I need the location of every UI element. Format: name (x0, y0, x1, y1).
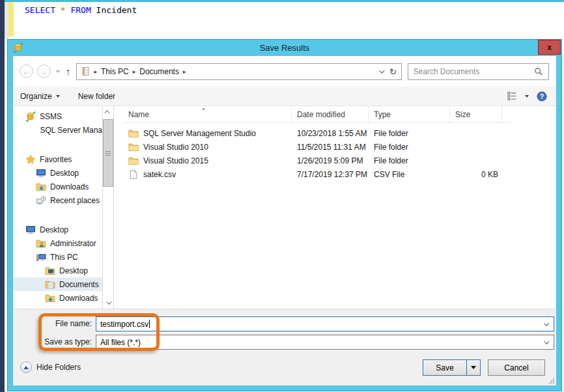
sort-ascending-icon: ▲ (201, 106, 206, 111)
sidebar-item-this-pc[interactable]: This PC (13, 250, 102, 264)
main-area: SSMS SQL Server Mana Favorites Desktop (13, 106, 556, 309)
scroll-up-icon[interactable] (103, 107, 113, 117)
file-size: 0 KB (450, 170, 502, 179)
command-toolbar: Organize New folder (13, 87, 556, 106)
file-name-value: testimport.csv (100, 320, 148, 329)
file-type: File folder (369, 156, 450, 165)
file-name-dropdown-icon[interactable] (544, 320, 549, 326)
file-row[interactable]: SQL Server Management Studio 10/23/2018 … (123, 126, 556, 140)
file-date: 11/5/2015 11:31 AM (292, 143, 369, 152)
save-button[interactable]: Save (423, 359, 481, 376)
back-button[interactable]: ← (20, 64, 33, 78)
sidebar-item-label: This PC (50, 253, 78, 262)
search-input[interactable]: Search Documents (408, 63, 550, 80)
folder-icon (128, 128, 139, 139)
address-dropdown-icon[interactable] (379, 68, 384, 73)
ssms-icon (25, 111, 36, 122)
sql-keyword: FROM (70, 5, 91, 15)
sidebar-item-desktop-root[interactable]: Desktop (13, 223, 102, 236)
save-as-type-dropdown-icon[interactable] (544, 339, 549, 344)
help-icon[interactable] (537, 91, 547, 102)
hide-folders-label: Hide Folders (36, 363, 81, 372)
close-button[interactable]: x (538, 40, 561, 55)
scrollbar-thumb[interactable] (103, 119, 113, 187)
new-folder-button[interactable]: New folder (78, 92, 115, 101)
file-row[interactable]: Visual Studio 2015 1/26/2019 5:09 PM Fil… (123, 154, 556, 167)
dialog-titlebar[interactable]: Save Results x (8, 40, 561, 56)
file-row[interactable]: Visual Studio 2010 11/5/2015 11:31 AM Fi… (123, 140, 556, 154)
sidebar-item-label: Documents (59, 280, 99, 289)
sidebar-item-label: Favorites (40, 155, 72, 164)
breadcrumb-this-pc[interactable]: This PC (101, 67, 129, 76)
sidebar-item-label: Administrator (50, 239, 96, 248)
monitor-icon (36, 168, 46, 178)
sql-query-line: SELECT * FROM Incident (25, 5, 137, 15)
change-view-icon[interactable] (507, 91, 517, 101)
sidebar-item-label: Downloads (59, 294, 98, 303)
file-name-label: File name: (13, 319, 92, 328)
save-results-dialog: Save Results x ← → ↑ ▸ This PC ▸ Documen… (7, 39, 562, 391)
new-folder-label: New folder (78, 92, 115, 101)
up-button[interactable]: ↑ (66, 66, 71, 77)
save-as-type-select[interactable]: All files (*.*) (96, 335, 554, 350)
save-dropdown-icon[interactable] (467, 360, 480, 375)
resize-grip-icon[interactable] (548, 378, 555, 384)
sidebar-item-documents[interactable]: Documents (13, 277, 102, 291)
cancel-button[interactable]: Cancel (488, 359, 545, 376)
user-folder-icon (36, 238, 46, 249)
navigation-bar: ← → ↑ ▸ This PC ▸ Documents ▸ ↻ Search D… (13, 56, 556, 87)
search-icon (534, 67, 543, 76)
sidebar-item-recent-places[interactable]: Recent places (13, 193, 102, 207)
view-dropdown-icon[interactable] (525, 95, 529, 98)
sidebar-item-favorites[interactable]: Favorites (13, 152, 102, 166)
file-type: CSV File (369, 170, 450, 179)
file-type: File folder (369, 143, 450, 152)
forward-button[interactable]: → (37, 64, 51, 78)
documents-folder-icon (45, 279, 55, 290)
breadcrumb-documents[interactable]: Documents (139, 67, 179, 76)
hide-folders-button[interactable]: Hide Folders (20, 361, 81, 373)
location-icon (81, 66, 91, 76)
save-button-label: Save (423, 360, 466, 375)
refresh-icon[interactable]: ↻ (389, 66, 397, 77)
ssms-app-icon (13, 42, 23, 53)
scroll-down-icon[interactable] (103, 298, 113, 308)
column-header-size[interactable]: Size (450, 106, 502, 122)
file-row[interactable]: satek.csv 7/17/2019 12:37 PM CSV File 0 … (123, 167, 556, 181)
folder-icon (128, 156, 139, 166)
file-name: SQL Server Management Studio (143, 129, 256, 138)
sql-editor[interactable]: SELECT * FROM Incident (5, 2, 564, 39)
sidebar-item-label: Desktop (59, 266, 88, 275)
download-folder-icon (36, 182, 46, 192)
column-header-type[interactable]: Type (369, 106, 450, 122)
search-placeholder: Search Documents (414, 67, 480, 76)
sidebar-item-sql-server-management[interactable]: SQL Server Mana (13, 123, 102, 137)
sql-table-name: Incident (96, 5, 137, 15)
star-icon (25, 154, 36, 165)
address-bar[interactable]: ▸ This PC ▸ Documents ▸ ↻ (76, 63, 402, 80)
save-as-type-label: Save as type: (13, 337, 92, 346)
sidebar-item-administrator[interactable]: Administrator (13, 236, 102, 250)
file-name-input[interactable]: testimport.csv (96, 316, 554, 331)
sidebar-item-this-pc-desktop[interactable]: Desktop (13, 264, 102, 277)
sidebar-scrollbar[interactable] (102, 106, 114, 309)
column-header-name[interactable]: Name (123, 106, 292, 122)
column-header-date-modified[interactable]: Date modified (292, 106, 369, 122)
dialog-content: ← → ↑ ▸ This PC ▸ Documents ▸ ↻ Search D… (13, 56, 556, 385)
text-cursor (149, 320, 150, 328)
recent-places-icon (36, 195, 46, 206)
organize-label: Organize (20, 92, 52, 101)
recent-locations-dropdown-icon[interactable] (55, 70, 61, 73)
file-name: satek.csv (143, 170, 176, 179)
organize-button[interactable]: Organize (20, 92, 60, 101)
sidebar-item-desktop[interactable]: Desktop (13, 166, 102, 180)
monitor-icon (25, 225, 36, 235)
save-as-type-value: All files (*.*) (100, 338, 141, 347)
breadcrumb-separator-icon: ▸ (183, 68, 186, 75)
sidebar-item-ssms[interactable]: SSMS (13, 109, 102, 123)
sidebar-item-label: Desktop (50, 169, 79, 178)
sidebar-item-downloads[interactable]: Downloads (13, 180, 102, 193)
sidebar-item-this-pc-downloads[interactable]: Downloads (13, 291, 102, 305)
file-date: 7/17/2019 12:37 PM (292, 170, 369, 179)
collapse-icon (20, 361, 32, 373)
